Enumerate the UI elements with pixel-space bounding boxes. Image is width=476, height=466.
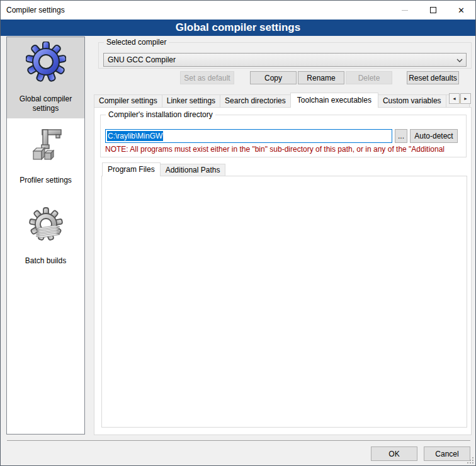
sidebar-item-batch-builds[interactable]: Batch builds [7, 202, 84, 271]
selected-path-text: C:\raylib\MinGW [107, 131, 163, 141]
selected-compiler-group-label: Selected compiler [104, 38, 169, 47]
copy-button[interactable]: Copy [250, 71, 297, 84]
tab-program-files[interactable]: Program Files [102, 162, 161, 176]
minimize-icon [402, 10, 408, 11]
window-title: Compiler settings [1, 6, 65, 14]
chevron-down-icon [456, 59, 462, 64]
sidebar-item-profiler-settings[interactable]: Profiler settings [7, 121, 84, 190]
title-bar: Compiler settings ✕ [1, 1, 475, 20]
program-files-panel [101, 176, 467, 428]
auto-detect-button[interactable]: Auto-detect [410, 129, 458, 143]
tab-linker-settings[interactable]: Linker settings [162, 94, 220, 108]
tab-toolchain-executables[interactable]: Toolchain executables [290, 93, 378, 108]
sidebar-spacer [7, 190, 84, 202]
tab-compiler-settings[interactable]: Compiler settings [94, 94, 162, 108]
maximize-icon [430, 7, 436, 13]
compiler-select-value: GNU GCC Compiler [108, 55, 176, 64]
browse-directory-button[interactable]: ... [395, 129, 407, 143]
installation-directory-group-label: Compiler's installation directory [106, 110, 215, 119]
sidebar-item-label: Batch builds [9, 256, 82, 266]
bin-subdirectory-note: NOTE: All programs must exist either in … [105, 145, 467, 154]
compiler-settings-dialog: Compiler settings ✕ Global compiler sett… [0, 0, 476, 466]
blue-gear-icon [26, 42, 66, 82]
set-as-default-button: Set as default [180, 71, 234, 84]
installation-directory-input[interactable]: C:\raylib\MinGW [105, 129, 392, 143]
maximize-button[interactable] [419, 1, 447, 20]
window-controls: ✕ [390, 1, 475, 20]
close-button[interactable]: ✕ [447, 1, 475, 20]
toolchain-executables-panel: Compiler's installation directory C:\ray… [94, 107, 472, 435]
resize-grip[interactable] [467, 457, 474, 464]
program-files-tab-bar: Program Files Additional Paths [102, 162, 225, 176]
rename-button[interactable]: Rename [298, 71, 344, 84]
compiler-select-dropdown[interactable]: GNU GCC Compiler [103, 53, 467, 67]
sidebar-item-global-compiler-settings[interactable]: Global compiler settings [7, 37, 84, 118]
cancel-button[interactable]: Cancel [424, 446, 470, 461]
ok-button[interactable]: OK [371, 446, 417, 461]
tab-custom-variables[interactable]: Custom variables [378, 94, 446, 108]
tab-scroll-right-icon[interactable]: ► [460, 93, 471, 104]
sidebar-item-label: Profiler settings [9, 176, 82, 185]
settings-tab-bar: Compiler settings Linker settings Search… [94, 93, 469, 108]
settings-category-list: Global compiler settings [6, 37, 85, 435]
minimize-button [390, 1, 419, 20]
gray-gear-stack-icon [26, 206, 66, 246]
sidebar-item-label: Global compiler settings [9, 94, 82, 113]
delete-button: Delete [346, 71, 392, 84]
close-icon: ✕ [458, 6, 465, 14]
footer-divider [7, 440, 470, 441]
tab-scroll-left-icon[interactable]: ◄ [449, 93, 460, 104]
page-title: Global compiler settings [1, 20, 475, 36]
caliper-icon [26, 125, 66, 166]
tab-scroll-buttons: ◄ ► [449, 93, 472, 104]
tab-search-directories[interactable]: Search directories [220, 94, 291, 108]
tab-additional-paths[interactable]: Additional Paths [160, 164, 226, 176]
reset-defaults-button[interactable]: Reset defaults [407, 71, 459, 84]
